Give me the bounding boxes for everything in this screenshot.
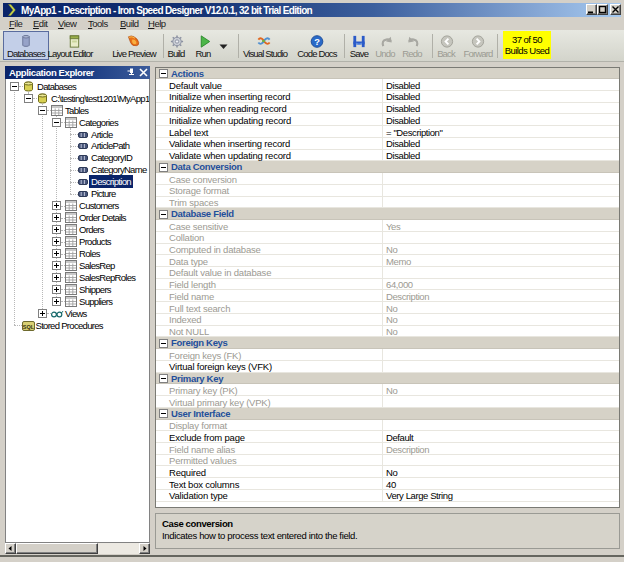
svg-text:?: ? [314,37,320,47]
svg-text:SQL: SQL [23,323,35,329]
